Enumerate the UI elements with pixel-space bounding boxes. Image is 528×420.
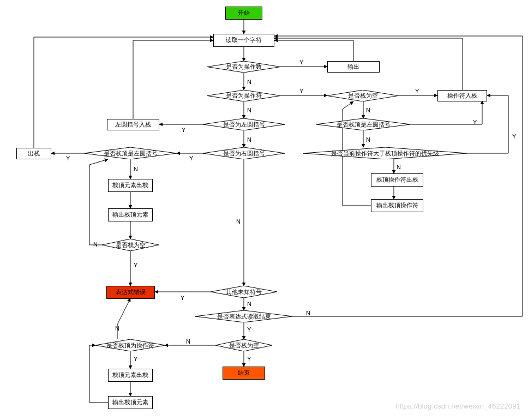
node-stack-empty-2: 是否栈为空: [102, 239, 159, 251]
node-label: 输出栈顶元素: [112, 211, 148, 218]
node-label: 输出栈顶元素: [112, 399, 148, 406]
edge-label: Y: [512, 133, 517, 140]
node-label: 栈顶元素出栈: [112, 371, 148, 379]
node-read-char: 读取一个字符: [213, 34, 274, 47]
node-output: 输出: [327, 61, 380, 73]
node-is-rparen: 是否为右圆括号: [203, 147, 285, 159]
edge-label: Y: [472, 119, 477, 125]
edge-label: Y: [133, 356, 138, 362]
edge-label: Y: [180, 295, 185, 301]
node-stack-empty-1: 是否栈为空: [327, 90, 398, 101]
edge-label: N: [247, 79, 252, 85]
node-expr-error: 表达式错误: [106, 286, 155, 299]
node-is-operator: 是否为操作符: [207, 90, 280, 101]
edge-label: N: [396, 164, 401, 170]
svg-marker-0: [207, 61, 280, 73]
edge-label: Y: [133, 262, 138, 268]
node-push-operator: 操作符入栈: [437, 90, 487, 101]
node-end: 结束: [223, 367, 265, 380]
node-pop-stack: 出栈: [16, 148, 51, 159]
node-label: 输出栈顶操作符: [376, 202, 418, 209]
node-push-lparen: 左圆括号入栈: [107, 119, 159, 130]
node-label: 左圆括号入栈: [115, 121, 151, 128]
edge-label: N: [365, 136, 371, 143]
edge-label: Y: [65, 155, 70, 161]
edge-label: N: [133, 166, 139, 172]
node-pop-elem-2: 栈顶元素出栈: [108, 369, 153, 382]
node-is-operand: 是否为操作数: [207, 61, 280, 73]
node-label: 栈顶元素出栈: [112, 182, 148, 189]
node-output-elem-2: 输出栈顶元素: [108, 396, 153, 409]
edge-label: Y: [247, 326, 251, 333]
node-read-end: 是否表达式读取结束: [195, 310, 292, 322]
edge-label: N: [365, 107, 371, 113]
svg-marker-10: [195, 310, 292, 322]
watermark: https://blog.csdn.net/weixin_46222091: [395, 402, 520, 410]
svg-marker-8: [102, 239, 159, 251]
node-start: 开始: [225, 7, 262, 20]
node-label: 栈顶操作符出栈: [376, 176, 418, 183]
node-label: 表达式错误: [116, 289, 146, 296]
node-precedence: 是否当前操作符大于栈顶操作符的优先级: [303, 147, 467, 159]
edge-label: N: [115, 325, 120, 332]
svg-marker-4: [203, 118, 285, 130]
node-pop-elem-1: 栈顶元素出栈: [108, 179, 153, 192]
node-output-top-operator: 输出栈顶操作符: [371, 199, 423, 212]
edge-label: Y: [189, 155, 194, 161]
node-label: 操作符入栈: [447, 92, 477, 99]
node-output-elem-1: 输出栈顶元素: [108, 208, 153, 221]
node-label: 出栈: [28, 150, 40, 157]
svg-marker-7: [84, 147, 177, 159]
svg-marker-9: [211, 286, 277, 298]
svg-marker-2: [327, 90, 398, 101]
edge-label: Y: [299, 88, 304, 94]
svg-marker-5: [203, 147, 285, 159]
edge-label: N: [93, 241, 98, 248]
svg-marker-12: [95, 339, 165, 351]
node-label: 结束: [238, 369, 250, 376]
svg-marker-6: [303, 147, 467, 159]
edge-label: N: [236, 218, 241, 225]
edge-label: Y: [415, 88, 419, 94]
edge-label: N: [247, 301, 252, 307]
node-top-is-lparen-2: 是否栈顶是左圆括号: [84, 147, 177, 159]
node-label: 读取一个字符: [226, 37, 262, 44]
node-label: 开始: [238, 9, 250, 16]
edge-label: N: [185, 338, 191, 345]
edge-label: N: [247, 136, 252, 143]
node-is-lparen: 是否为左圆括号: [203, 118, 285, 130]
node-label: 输出: [347, 63, 359, 70]
node-unknown-symbol: 其他未知符号: [211, 286, 277, 298]
node-pop-top-operator: 栈顶操作符出栈: [371, 173, 423, 187]
svg-marker-1: [207, 90, 280, 101]
edge-label: N: [247, 107, 252, 113]
node-top-is-lparen-1: 是否栈顶是左圆括号: [316, 118, 410, 130]
edge-label: Y: [299, 59, 304, 65]
edge-label: N: [305, 310, 311, 316]
edge-label: Y: [181, 127, 186, 133]
node-stack-empty-3: 是否栈为空: [215, 339, 272, 351]
flowchart-canvas: 开始 读取一个字符 是否为操作数 输出 是否为操作符 是否栈为空 操作符入栈 是…: [0, 0, 528, 420]
svg-marker-3: [316, 118, 410, 130]
node-top-is-operator: 是否栈顶为操作符: [95, 339, 165, 351]
edge-label: Y: [247, 356, 251, 362]
svg-marker-11: [215, 339, 272, 351]
